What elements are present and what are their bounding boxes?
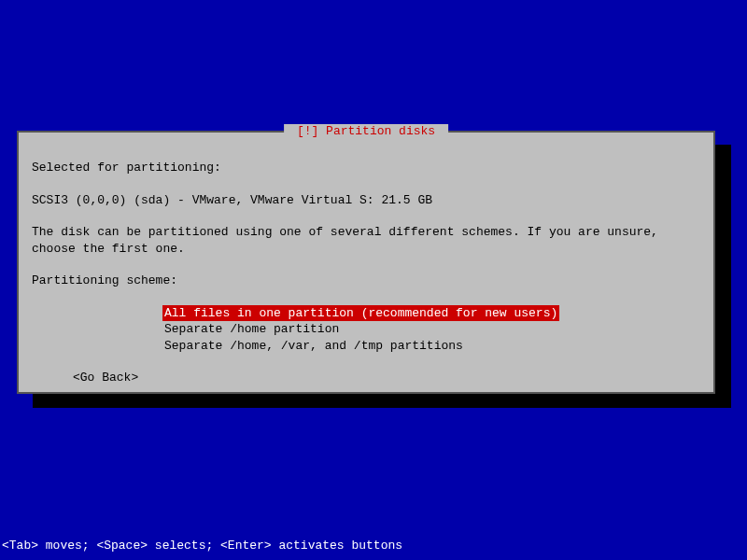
dialog-title: [!] Partition disks xyxy=(284,124,448,138)
partition-dialog: [!] Partition disks Selected for partiti… xyxy=(17,131,715,394)
scheme-label: Partitioning scheme: xyxy=(32,273,700,289)
dialog-content: Selected for partitioning: SCSI3 (0,0,0)… xyxy=(19,133,713,398)
option-separate-home[interactable]: Separate /home partition xyxy=(162,321,341,338)
options-list: All files in one partition (recommended … xyxy=(162,305,700,355)
option-all-files[interactable]: All files in one partition (recommended … xyxy=(162,305,559,322)
option-separate-home-var-tmp[interactable]: Separate /home, /var, and /tmp partition… xyxy=(162,338,465,355)
intro-text: Selected for partitioning: xyxy=(32,160,700,176)
disk-info: SCSI3 (0,0,0) (sda) - VMware, VMware Vir… xyxy=(32,192,700,209)
go-back-button[interactable]: <Go Back> xyxy=(73,370,138,386)
footer-help: <Tab> moves; <Space> selects; <Enter> ac… xyxy=(2,539,402,553)
description-text: The disk can be partitioned using one of… xyxy=(32,224,700,257)
